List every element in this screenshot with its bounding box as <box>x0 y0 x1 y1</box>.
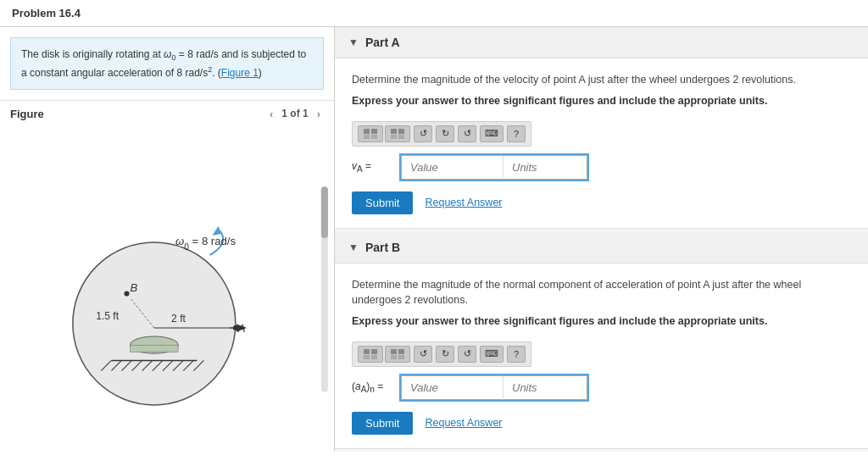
part-b-format-btn1[interactable] <box>358 346 383 363</box>
svg-rect-35 <box>398 135 404 139</box>
part-b-content: Determine the magnitude of the normal co… <box>335 264 868 449</box>
part-a-redo-btn[interactable]: ↻ <box>436 125 454 142</box>
part-a-submit-button[interactable]: Submit <box>352 191 413 214</box>
svg-rect-40 <box>391 349 397 354</box>
part-b-undo-btn[interactable]: ↺ <box>414 346 432 363</box>
part-b-answer-label: (aA)n = <box>352 380 394 394</box>
part-b-toolbar: ↺ ↻ ↺ ⌨ ? <box>352 341 531 367</box>
svg-rect-28 <box>364 129 370 134</box>
svg-text:2 ft: 2 ft <box>171 313 186 325</box>
part-a-answer-label: vA = <box>352 160 394 174</box>
part-b-arrow: ▼ <box>348 241 359 253</box>
svg-rect-27 <box>321 186 328 238</box>
part-a-answer-box <box>399 153 589 181</box>
svg-rect-29 <box>371 129 377 134</box>
svg-rect-42 <box>391 355 397 359</box>
part-a-format-btn1[interactable] <box>358 125 383 142</box>
part-b-header[interactable]: ▼ Part B <box>335 232 868 264</box>
info-text: The disk is originally rotating at ω0 = … <box>21 48 306 79</box>
figure-link[interactable]: Figure 1 <box>221 67 259 79</box>
part-a-answer-row: vA = <box>352 153 851 181</box>
left-panel: The disk is originally rotating at ω0 = … <box>0 27 335 452</box>
part-b-format-btn2[interactable] <box>385 346 410 363</box>
part-a-keyboard-btn[interactable]: ⌨ <box>480 125 504 142</box>
part-a-value-input[interactable] <box>401 155 503 180</box>
part-a-action-row: Submit Request Answer <box>352 191 851 214</box>
svg-text:ω0 = 8 rad/s: ω0 = 8 rad/s <box>175 235 236 252</box>
part-a-format-btn2[interactable] <box>385 125 410 142</box>
part-a-format-group <box>358 125 410 142</box>
svg-rect-41 <box>398 349 404 354</box>
svg-rect-39 <box>371 355 377 359</box>
next-figure-button[interactable]: › <box>314 106 324 122</box>
part-a-description: Determine the magnitude of the velocity … <box>352 72 851 88</box>
part-a-header[interactable]: ▼ Part A <box>335 27 868 58</box>
part-b-label: Part B <box>365 241 400 254</box>
part-a-label: Part A <box>365 36 400 49</box>
part-b-help-btn[interactable]: ? <box>507 346 526 363</box>
part-b-action-row: Submit Request Answer <box>352 412 851 435</box>
part-b-section: ▼ Part B Determine the magnitude of the … <box>335 232 868 449</box>
figure-label: Figure <box>10 108 44 120</box>
part-b-request-answer-link[interactable]: Request Answer <box>425 417 502 429</box>
part-a-instruction: Express your answer to three significant… <box>352 93 851 109</box>
part-b-value-input[interactable] <box>401 375 503 400</box>
figure-area: B 1.5 ft A 2 ft ω0 = 8 ra <box>0 127 334 452</box>
svg-rect-33 <box>398 129 404 134</box>
svg-rect-36 <box>364 349 370 354</box>
svg-rect-34 <box>391 135 397 139</box>
part-b-instruction: Express your answer to three significant… <box>352 314 851 330</box>
part-a-content: Determine the magnitude of the velocity … <box>335 58 868 229</box>
problem-info-box: The disk is originally rotating at ω0 = … <box>10 37 324 90</box>
part-b-format-group <box>358 346 410 363</box>
svg-rect-31 <box>371 135 377 139</box>
svg-text:1.5 ft: 1.5 ft <box>96 310 120 322</box>
svg-text:B: B <box>131 280 138 293</box>
part-b-keyboard-btn[interactable]: ⌨ <box>480 346 504 363</box>
part-b-refresh-btn[interactable]: ↺ <box>458 346 476 363</box>
part-a-units-input[interactable] <box>503 155 587 180</box>
svg-point-0 <box>73 242 236 405</box>
svg-rect-38 <box>364 355 370 359</box>
prev-figure-button[interactable]: ‹ <box>266 106 276 122</box>
part-b-answer-box <box>399 374 589 402</box>
part-a-toolbar: ↺ ↻ ↺ ⌨ ? <box>352 121 531 147</box>
right-panel: ▼ Part A Determine the magnitude of the … <box>335 27 868 452</box>
svg-rect-2 <box>131 345 179 352</box>
part-a-help-btn[interactable]: ? <box>507 125 526 142</box>
figure-nav-text: 1 of 1 <box>281 108 308 119</box>
part-b-units-input[interactable] <box>503 375 587 400</box>
part-b-answer-row: (aA)n = <box>352 374 851 402</box>
problem-title: Problem 16.4 <box>0 0 868 27</box>
part-a-refresh-btn[interactable]: ↺ <box>458 125 476 142</box>
svg-rect-30 <box>364 135 370 139</box>
part-b-description: Determine the magnitude of the normal co… <box>352 277 851 309</box>
part-a-arrow: ▼ <box>348 36 359 48</box>
part-a-section: ▼ Part A Determine the magnitude of the … <box>335 27 868 229</box>
part-b-submit-button[interactable]: Submit <box>352 412 413 435</box>
svg-point-14 <box>124 291 129 296</box>
part-a-undo-btn[interactable]: ↺ <box>414 125 432 142</box>
figure-nav: ‹ 1 of 1 › <box>266 106 324 122</box>
part-b-redo-btn[interactable]: ↻ <box>436 346 454 363</box>
svg-rect-37 <box>371 349 377 354</box>
part-a-request-answer-link[interactable]: Request Answer <box>425 197 502 208</box>
svg-rect-43 <box>398 355 404 359</box>
svg-rect-32 <box>391 129 397 134</box>
figure-header: Figure ‹ 1 of 1 › <box>0 100 334 127</box>
